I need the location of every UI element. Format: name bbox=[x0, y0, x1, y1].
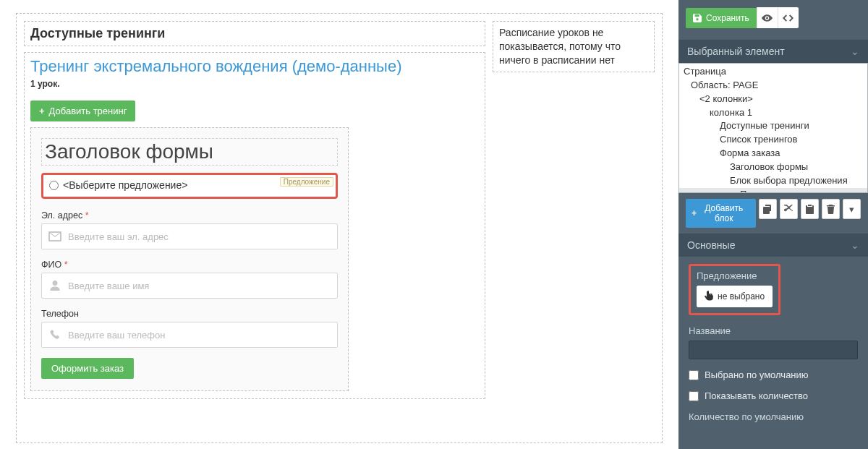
caret-down-icon: ▾ bbox=[849, 204, 854, 215]
delete-button[interactable] bbox=[822, 199, 840, 219]
tree-item[interactable]: Список тренингов bbox=[679, 133, 867, 147]
show-quantity-row[interactable]: Показывать количество bbox=[689, 390, 858, 401]
cut-button[interactable] bbox=[780, 199, 798, 219]
copy-icon bbox=[763, 205, 772, 214]
eye-icon bbox=[762, 14, 773, 22]
editor-sidebar: Сохранить Выбранный элемент ⌄ СтраницаОб… bbox=[678, 0, 868, 449]
chevron-down-icon: ⌄ bbox=[851, 46, 859, 57]
save-button[interactable]: Сохранить bbox=[686, 8, 757, 28]
plus-icon: + bbox=[39, 106, 45, 116]
default-selected-row[interactable]: Выбрано по умолчанию bbox=[689, 369, 858, 380]
name-field[interactable] bbox=[68, 273, 337, 298]
scissors-icon bbox=[784, 205, 793, 214]
form-title: Заголовок формы bbox=[45, 140, 334, 163]
phone-label: Телефон bbox=[41, 309, 338, 319]
offer-prop-label: Предложение bbox=[697, 270, 773, 281]
order-form-block[interactable]: Заголовок формы Предложение <Выберите пр… bbox=[30, 127, 349, 391]
add-block-button[interactable]: +Добавить блок bbox=[686, 199, 756, 228]
preview-button[interactable] bbox=[757, 7, 778, 28]
trash-icon bbox=[827, 205, 835, 214]
offer-prop-highlight: Предложение не выбрано bbox=[689, 264, 780, 315]
trainings-title: Доступные тренинги bbox=[30, 26, 479, 41]
show-quantity-checkbox[interactable] bbox=[689, 391, 699, 401]
element-tree[interactable]: СтраницаОбласть: PAGE<2 колонки>колонка … bbox=[678, 63, 868, 193]
selected-element-header[interactable]: Выбранный элемент ⌄ bbox=[678, 40, 868, 63]
offer-select-block[interactable]: Предложение <Выберите предложение> bbox=[41, 173, 338, 199]
page-canvas[interactable]: Доступные тренинги Тренинг экстремальног… bbox=[0, 0, 678, 449]
paste-button[interactable] bbox=[801, 199, 819, 219]
default-quantity-label: Количество по умолчанию bbox=[689, 411, 858, 422]
default-selected-checkbox[interactable] bbox=[689, 370, 699, 380]
schedule-empty-text: Расписание уроков не показывается, потом… bbox=[499, 26, 648, 67]
submit-order-button[interactable]: Оформить заказ bbox=[41, 358, 134, 379]
floppy-icon bbox=[693, 14, 702, 22]
lesson-count: 1 урок. bbox=[30, 79, 479, 89]
offer-badge: Предложение bbox=[280, 177, 333, 187]
more-button[interactable]: ▾ bbox=[843, 199, 861, 219]
tree-item[interactable]: <2 колонки> bbox=[679, 93, 867, 106]
email-field[interactable] bbox=[68, 224, 337, 249]
tree-item[interactable]: Страница bbox=[679, 65, 867, 79]
training-link[interactable]: Тренинг экстремального вождения (демо-да… bbox=[30, 57, 402, 76]
plus-icon: + bbox=[692, 208, 697, 218]
email-label: Эл. адрес * bbox=[41, 210, 338, 221]
hand-pointer-icon bbox=[705, 291, 713, 301]
tree-item[interactable]: Форма заказа bbox=[679, 147, 867, 161]
props-header[interactable]: Основные ⌄ bbox=[678, 234, 868, 257]
tree-item[interactable]: Область: PAGE bbox=[679, 79, 867, 93]
add-training-button[interactable]: + Добавить тренинг bbox=[30, 101, 135, 121]
tree-item[interactable]: Заголовок формы bbox=[679, 161, 867, 174]
envelope-icon bbox=[42, 231, 68, 241]
offer-placeholder-text: <Выберите предложение> bbox=[63, 179, 187, 191]
clipboard-icon bbox=[806, 205, 814, 214]
add-training-label: Добавить тренинг bbox=[49, 106, 127, 116]
person-icon bbox=[42, 280, 68, 291]
phone-icon bbox=[42, 329, 68, 341]
name-prop-label: Название bbox=[689, 325, 858, 336]
chevron-down-icon: ⌄ bbox=[851, 239, 859, 251]
schedule-empty-block[interactable]: Расписание уроков не показывается, потом… bbox=[493, 21, 655, 72]
trainings-title-block[interactable]: Доступные тренинги bbox=[24, 21, 485, 46]
name-prop-input[interactable] bbox=[689, 341, 858, 359]
tree-item[interactable]: Доступные тренинги bbox=[679, 119, 867, 133]
copy-button[interactable] bbox=[759, 199, 777, 219]
phone-field[interactable] bbox=[68, 322, 337, 347]
tree-item[interactable]: колонка 1 bbox=[679, 106, 867, 120]
tree-item[interactable]: Предложение bbox=[679, 188, 867, 193]
code-button[interactable] bbox=[778, 7, 799, 28]
offer-radio[interactable] bbox=[49, 181, 59, 190]
name-label: ФИО * bbox=[41, 260, 338, 270]
offer-select-button[interactable]: не выбрано bbox=[697, 286, 773, 307]
tree-item[interactable]: Блок выбора предложения bbox=[679, 174, 867, 188]
code-icon bbox=[783, 14, 793, 22]
